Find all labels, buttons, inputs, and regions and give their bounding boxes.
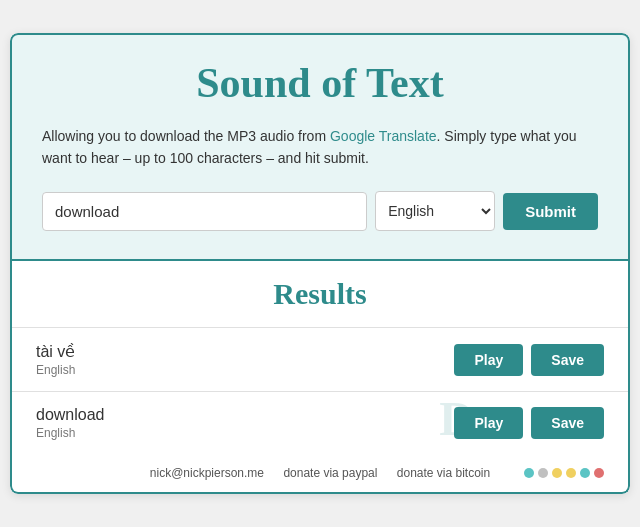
bitcoin-link[interactable]: donate via bitcoin bbox=[397, 466, 490, 480]
result-buttons: Play Save bbox=[454, 407, 604, 439]
dots-container bbox=[524, 468, 604, 478]
dot-2 bbox=[538, 468, 548, 478]
result-text-block: tài về English bbox=[36, 342, 75, 377]
dot-4 bbox=[566, 468, 576, 478]
result-word: download bbox=[36, 406, 105, 424]
result-text-block: download English bbox=[36, 406, 105, 440]
dot-6 bbox=[594, 468, 604, 478]
result-item: tài về English Play Save bbox=[12, 327, 628, 391]
save-button[interactable]: Save bbox=[531, 407, 604, 439]
results-title: Results bbox=[12, 277, 628, 311]
footer: nick@nickpierson.me donate via paypal do… bbox=[12, 454, 628, 492]
language-select[interactable]: English Spanish French German Chinese Ja… bbox=[375, 191, 495, 231]
play-button[interactable]: Play bbox=[454, 407, 523, 439]
separator bbox=[272, 466, 275, 480]
save-button[interactable]: Save bbox=[531, 344, 604, 376]
result-word: tài về bbox=[36, 342, 75, 361]
app-container: Sound of Text Allowing you to download t… bbox=[10, 33, 630, 495]
text-input[interactable] bbox=[42, 192, 367, 231]
description-before-link: Allowing you to download the MP3 audio f… bbox=[42, 128, 330, 144]
google-translate-link[interactable]: Google Translate bbox=[330, 128, 437, 144]
input-row: English Spanish French German Chinese Ja… bbox=[42, 191, 598, 231]
paypal-link[interactable]: donate via paypal bbox=[283, 466, 377, 480]
submit-button[interactable]: Submit bbox=[503, 193, 598, 230]
result-buttons: Play Save bbox=[454, 344, 604, 376]
dot-5 bbox=[580, 468, 590, 478]
separator bbox=[385, 466, 388, 480]
dot-3 bbox=[552, 468, 562, 478]
result-lang: English bbox=[36, 426, 105, 440]
top-section: Sound of Text Allowing you to download t… bbox=[10, 33, 630, 262]
play-button[interactable]: Play bbox=[454, 344, 523, 376]
email-link[interactable]: nick@nickpierson.me bbox=[150, 466, 264, 480]
page-title: Sound of Text bbox=[42, 59, 598, 107]
description-text: Allowing you to download the MP3 audio f… bbox=[42, 125, 598, 170]
result-lang: English bbox=[36, 363, 75, 377]
bottom-section: Results tài về English Play Save downloa… bbox=[10, 261, 630, 494]
dot-1 bbox=[524, 468, 534, 478]
result-item: download English Do Play Save bbox=[12, 391, 628, 454]
